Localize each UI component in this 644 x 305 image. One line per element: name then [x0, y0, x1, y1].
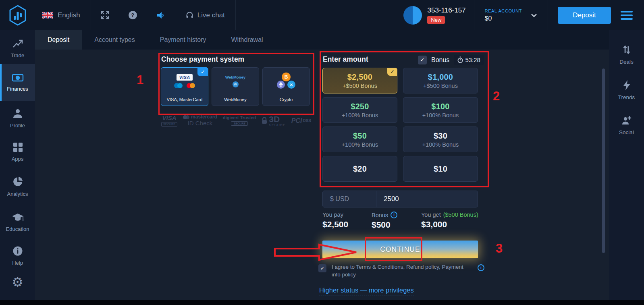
security-badges: VISA SECURE mastercard ID Check digicert…: [161, 114, 311, 127]
3d-secure-badge: 3D SECURE: [262, 115, 285, 127]
sidebar-item-finances[interactable]: Finances: [0, 64, 35, 101]
bonus-label: Bonus: [372, 212, 388, 218]
deposit-page: English ?: [0, 0, 644, 305]
question-mark-icon: ?: [129, 11, 137, 19]
apps-grid-icon: [12, 142, 23, 152]
up-down-arrows-icon: [621, 44, 632, 55]
crypto-coins-logo: B ✕: [276, 73, 297, 89]
bonus-timer-value: 53:28: [465, 56, 480, 63]
amount-option-20[interactable]: $20: [322, 156, 397, 182]
sidebar-item-deals[interactable]: Deals: [609, 37, 644, 72]
bonus-checkbox[interactable]: ✓: [418, 56, 427, 64]
bonus-info-icon[interactable]: i: [391, 212, 397, 218]
sidebar-item-settings[interactable]: ⚙: [0, 272, 35, 295]
annotation-number-1: 1: [137, 73, 143, 87]
topbar-divider: [235, 0, 236, 30]
bonus-checkbox-label: Bonus: [431, 56, 449, 64]
agree-row: ✓ I agree to Terms & Conditions, Refund …: [318, 264, 508, 279]
sidebar-item-social[interactable]: Social: [609, 108, 644, 143]
tab-payment-history[interactable]: Payment history: [147, 30, 219, 50]
pie-chart-icon: [12, 176, 23, 187]
amount-option-30[interactable]: $30+100% Bonus: [403, 127, 478, 152]
burger-bar: [621, 15, 633, 16]
account-type-selector[interactable]: REAL ACCOUNT $0: [474, 0, 548, 30]
amount-option-1000[interactable]: $1,000+$500 Bonus: [403, 68, 478, 93]
tab-account-types[interactable]: Account types: [82, 30, 147, 50]
payment-methods: ✓ VISA VISA, MasterCard Web: [161, 67, 310, 106]
payment-method-visa-mastercard[interactable]: ✓ VISA VISA, MasterCard: [161, 67, 208, 106]
chevron-down-icon: [531, 13, 537, 17]
burger-bar: [621, 18, 633, 20]
help-button[interactable]: ?: [119, 11, 147, 19]
sidebar-item-analytics[interactable]: Analytics: [0, 169, 35, 204]
amount-option-100[interactable]: $100+100% Bonus: [403, 97, 478, 123]
agree-info-icon[interactable]: i: [478, 264, 484, 271]
deposit-button[interactable]: Deposit: [558, 7, 611, 24]
sound-button[interactable]: [147, 11, 175, 20]
topbar-icon-group: ? Live chat: [91, 0, 235, 30]
fullscreen-icon: [101, 11, 109, 19]
amount-input-row: $ USD: [322, 191, 478, 207]
avatar[interactable]: [403, 6, 422, 25]
menu-button[interactable]: [621, 11, 633, 20]
bitcoin-icon: B: [282, 73, 291, 81]
uk-flag-icon: [42, 12, 53, 19]
person-plus-icon: [621, 115, 632, 126]
language-label: English: [58, 11, 80, 19]
sidebar-item-label: Profile: [10, 122, 25, 129]
headset-icon: [185, 11, 194, 19]
sidebar-item-education[interactable]: Education: [0, 204, 35, 240]
app-logo[interactable]: [0, 0, 35, 30]
language-selector[interactable]: English: [35, 0, 91, 30]
visa-secure-badge: VISA SECURE: [161, 115, 177, 127]
payment-method-label: Crypto: [280, 97, 293, 102]
higher-status-link[interactable]: Higher status — more privileges: [319, 286, 414, 295]
trend-up-icon: [12, 38, 23, 49]
selected-check-icon: ✓: [197, 67, 208, 76]
annotation-number-2: 2: [493, 89, 500, 104]
visa-logo: VISA: [177, 74, 193, 81]
ethereum-icon: [277, 81, 285, 89]
gear-icon: ⚙: [12, 276, 23, 288]
continue-button[interactable]: CONTINUE: [322, 241, 478, 258]
sidebar-item-label: Finances: [7, 86, 28, 92]
amount-option-250[interactable]: $250+100% Bonus: [322, 97, 397, 123]
left-sidebar: Trade Finances Profile: [0, 30, 35, 305]
bonus-timer: 53:28: [454, 55, 484, 65]
you-get-label: You get: [421, 212, 441, 218]
sidebar-item-apps[interactable]: Apps: [0, 135, 35, 169]
logo-hexagon-icon: [8, 5, 27, 26]
currency-selector[interactable]: $ USD: [323, 191, 376, 207]
vertical-scrollbar[interactable]: [602, 68, 605, 253]
account-info[interactable]: 353-116-157 New: [395, 0, 474, 30]
visa-mastercard-logo: VISA: [174, 68, 195, 94]
sidebar-item-trends[interactable]: Trends: [609, 72, 644, 108]
banknote-icon: [12, 73, 24, 82]
sidebar-item-label: Apps: [12, 156, 24, 162]
payment-method-crypto[interactable]: B ✕ Crypto: [262, 67, 310, 106]
fullscreen-button[interactable]: [91, 11, 119, 19]
tab-withdrawal[interactable]: Withdrawal: [218, 30, 275, 50]
mastercard-logo: [187, 83, 195, 88]
amount-option-2500[interactable]: ✓ $2,500+$500 Bonus: [322, 68, 397, 93]
speaker-icon: [156, 11, 165, 20]
padlock-icon: [262, 117, 267, 124]
sidebar-item-label: Help: [12, 260, 23, 266]
sidebar-item-profile[interactable]: Profile: [0, 101, 35, 135]
account-balance: $0: [485, 15, 522, 22]
live-chat-button[interactable]: Live chat: [175, 11, 235, 19]
sidebar-item-trade[interactable]: Trade: [0, 33, 35, 64]
bonus-summary: Bonus i $500: [372, 212, 397, 230]
webmoney-globe-icon: W: [233, 81, 239, 87]
stopwatch-icon: [457, 56, 463, 63]
payment-section-title: Choose payment system: [161, 55, 244, 64]
amount-option-50[interactable]: $50+100% Bonus: [322, 127, 397, 152]
agree-checkbox[interactable]: ✓: [318, 264, 326, 272]
sidebar-item-help[interactable]: Help: [0, 240, 35, 272]
sidebar-item-label: Social: [619, 129, 634, 135]
maestro-logo: [174, 83, 183, 88]
payment-method-webmoney[interactable]: WebMoney W WebMoney: [212, 67, 259, 106]
amount-input[interactable]: [376, 191, 478, 207]
amount-option-10[interactable]: $10: [403, 156, 478, 182]
tab-deposit[interactable]: Deposit: [35, 30, 82, 50]
